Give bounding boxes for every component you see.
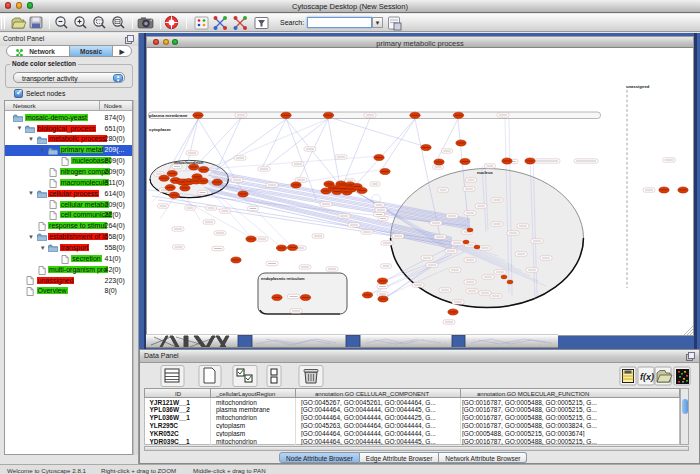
svg-text:cytoplasm: cytoplasm: [149, 127, 171, 132]
svg-text:unassigned: unassigned: [626, 84, 650, 89]
svg-text:nucleus: nucleus: [477, 170, 493, 175]
svg-text:mitochondrion: mitochondrion: [174, 160, 204, 165]
svg-text:plasma membrane: plasma membrane: [149, 113, 188, 118]
svg-text:f(x): f(x): [640, 372, 654, 382]
svg-text:endoplasmic reticulum: endoplasmic reticulum: [261, 276, 305, 281]
